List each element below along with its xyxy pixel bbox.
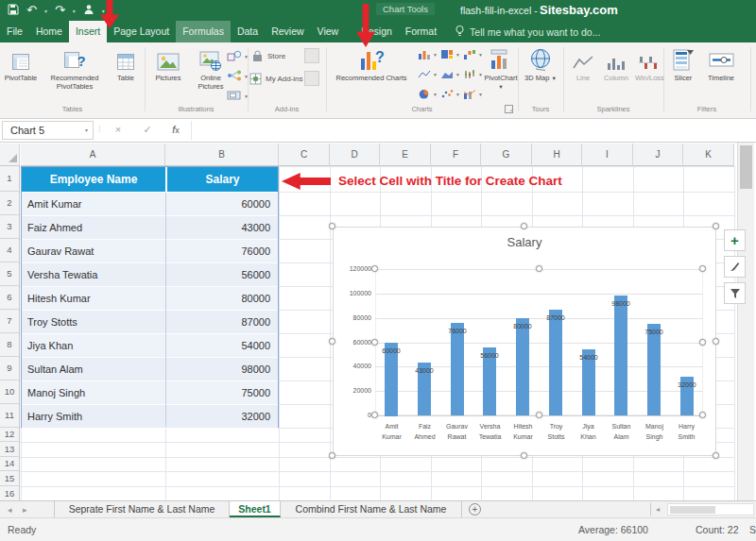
sheet-nav-prev-icon[interactable]: ◂ <box>8 502 12 517</box>
cell-salary[interactable]: 98000 <box>241 358 270 380</box>
row-header-16[interactable]: 16 <box>0 486 20 501</box>
column-header-K[interactable]: K <box>683 144 734 166</box>
chart-styles-button[interactable] <box>724 256 746 278</box>
column-header-C[interactable]: C <box>279 144 330 166</box>
tab-view[interactable]: View <box>311 21 346 42</box>
confirm-entry-icon[interactable]: ✓ <box>138 121 157 140</box>
user-icon[interactable] <box>83 2 94 19</box>
scrollbar-splitter[interactable] <box>650 503 651 516</box>
cell-employee-name[interactable]: Harry Smith <box>27 405 163 428</box>
cell-employee-name[interactable]: Amit Kumar <box>27 193 163 215</box>
column-header-H[interactable]: H <box>532 144 582 166</box>
ribbon-my-addins-button[interactable]: My Add-ins▼ <box>249 73 312 85</box>
tab-data[interactable]: Data <box>231 21 265 42</box>
cell-salary[interactable]: 87000 <box>241 311 270 333</box>
ribbon-pivottable-button[interactable]: PivotTable <box>2 45 40 82</box>
column-header-D[interactable]: D <box>330 144 380 166</box>
ribbon-recommended-charts-button[interactable]: ?Recommended Charts <box>331 45 412 82</box>
ribbon-insert-cols-chart-button[interactable]: ▼ <box>418 49 438 59</box>
row-header-15[interactable]: 15 <box>0 471 20 486</box>
row-header-14[interactable]: 14 <box>0 457 20 471</box>
ribbon-timeline-button[interactable]: Timeline <box>701 45 741 82</box>
row-header-1[interactable]: 1 <box>0 166 20 192</box>
chart-filters-button[interactable] <box>724 282 746 304</box>
column-header-G[interactable]: G <box>481 144 532 166</box>
redo-icon[interactable]: ↷ <box>55 3 65 18</box>
sheet-tab-combind-first-name-last-name[interactable]: Combind First Name & Last Name <box>281 501 462 517</box>
row-header-12[interactable]: 12 <box>0 428 20 442</box>
tab-page-layout[interactable]: Page Layout <box>107 21 176 42</box>
table-header-salary[interactable]: Salary <box>166 167 278 192</box>
row-header-3[interactable]: 3 <box>0 215 20 239</box>
table-row[interactable]: Gaurav Rawat76000 <box>22 240 278 263</box>
ribbon-insert-scatter-chart-button[interactable]: ▼ <box>440 89 460 99</box>
cell-employee-name[interactable]: Versha Tewatia <box>27 263 163 286</box>
tab-format[interactable]: Format <box>399 21 443 42</box>
cell-salary[interactable]: 76000 <box>241 240 270 262</box>
column-header-E[interactable]: E <box>380 144 431 166</box>
row-header-10[interactable]: 10 <box>0 380 20 404</box>
cell-employee-name[interactable]: Manoj Singh <box>27 381 163 404</box>
tab-home[interactable]: Home <box>29 21 69 42</box>
new-sheet-button[interactable]: + <box>469 503 481 516</box>
formula-input[interactable] <box>191 121 752 140</box>
cell-employee-name[interactable]: Jiya Khan <box>27 334 163 357</box>
cell-employee-name[interactable]: Troy Stotts <box>27 311 163 333</box>
ribbon-sparkline-winloss-button[interactable]: Win/Loss <box>635 45 662 82</box>
cell-salary[interactable]: 54000 <box>241 334 270 357</box>
name-box[interactable]: Chart 5▾ <box>2 121 94 140</box>
row-header-2[interactable]: 2 <box>0 192 20 215</box>
undo-caret-icon[interactable]: ▾ <box>44 8 47 14</box>
vertical-scrollbar-thumb[interactable] <box>740 145 752 189</box>
ribbon-shapes-button[interactable]: ▼ <box>227 48 249 65</box>
vertical-scrollbar[interactable] <box>737 143 754 500</box>
column-header-B[interactable]: B <box>165 144 279 166</box>
sheet-nav-next-icon[interactable]: ▸ <box>23 502 27 517</box>
table-row[interactable]: Hitesh Kumar80000 <box>22 287 278 311</box>
cell-salary[interactable]: 56000 <box>241 263 270 286</box>
charts-dialog-launcher[interactable]: ⌟ <box>505 105 513 113</box>
cell-employee-name[interactable]: Sultan Alam <box>27 358 163 380</box>
table-row[interactable]: Versha Tewatia56000 <box>22 263 278 287</box>
row-header-5[interactable]: 5 <box>0 262 20 286</box>
chart-elements-button[interactable]: + <box>724 229 746 251</box>
formula-bar-splitter[interactable]: ⁞ <box>98 125 101 134</box>
cell-salary[interactable]: 60000 <box>241 193 270 215</box>
undo-icon[interactable]: ↶ <box>26 3 37 18</box>
save-icon[interactable] <box>8 2 19 19</box>
ribbon-insert-combo-chart-button[interactable]: ▼ <box>463 89 483 99</box>
table-header-employee-name[interactable]: Employee Name <box>22 167 165 192</box>
hscroll-left-icon[interactable]: ◂ <box>656 503 660 516</box>
ribbon-slicer-button[interactable]: Slicer <box>667 45 699 82</box>
sheet-tab-sheet1[interactable]: Sheet1 <box>230 501 281 517</box>
row-header-6[interactable]: 6 <box>0 286 20 310</box>
ribbon-table-button[interactable]: Table <box>110 45 142 82</box>
ribbon-pivotchart-button[interactable]: PivotChart ▼ <box>484 45 518 92</box>
chart-title[interactable]: Salary <box>333 235 716 249</box>
ribbon-insert-pie-chart-button[interactable]: ▼ <box>418 89 438 99</box>
ribbon-insert-stock-chart-button[interactable]: ▼ <box>463 69 483 79</box>
table-row[interactable]: Troy Stotts87000 <box>22 311 278 334</box>
table-row[interactable]: Manoj Singh75000 <box>22 381 278 405</box>
ribbon-insert-line-chart-button[interactable]: ▼ <box>418 69 438 79</box>
ribbon-pictures-button[interactable]: Pictures <box>148 45 188 82</box>
select-all-corner[interactable] <box>0 144 20 166</box>
table-row[interactable]: Amit Kumar60000 <box>22 193 278 216</box>
tab-file[interactable]: File <box>0 21 29 42</box>
column-header-F[interactable]: F <box>431 144 481 166</box>
row-header-11[interactable]: 11 <box>0 404 20 428</box>
ribbon-3d-map-button[interactable]: 3D Map ▼ <box>522 45 559 83</box>
ribbon-insert-water-chart-button[interactable]: ▼ <box>463 49 483 59</box>
data-table[interactable]: Employee NameSalaryAmit Kumar60000Faiz A… <box>21 166 279 428</box>
cell-salary[interactable]: 43000 <box>241 216 270 239</box>
ribbon-sparkline-column-button[interactable]: Column <box>599 45 633 82</box>
tab-review[interactable]: Review <box>265 21 310 42</box>
cancel-entry-icon[interactable]: × <box>109 121 128 140</box>
redo-caret-icon[interactable]: ▾ <box>73 8 76 14</box>
row-header-7[interactable]: 7 <box>0 310 20 333</box>
row-header-8[interactable]: 8 <box>0 333 20 357</box>
embedded-chart[interactable] <box>333 227 716 456</box>
ribbon-online-pictures-button[interactable]: Online Pictures <box>190 45 232 91</box>
tab-formulas[interactable]: Formulas <box>176 21 231 42</box>
table-row[interactable]: Harry Smith32000 <box>22 405 278 429</box>
